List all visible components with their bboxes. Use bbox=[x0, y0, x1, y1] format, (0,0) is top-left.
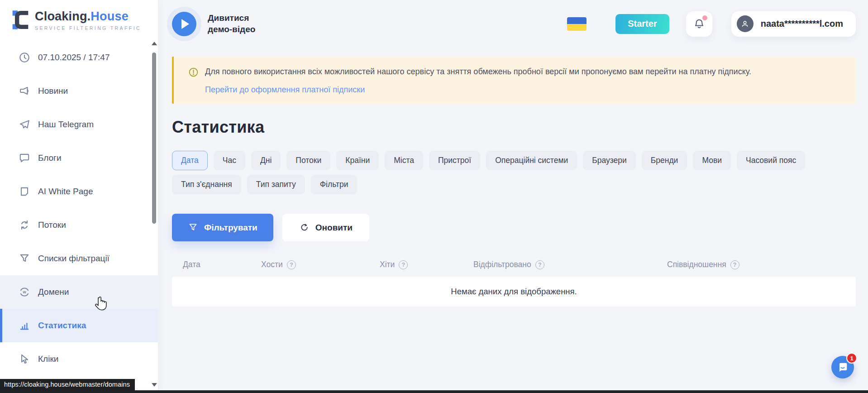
scrollbar-up-arrow[interactable] bbox=[152, 42, 157, 45]
sidebar-item-label: Потоки bbox=[38, 220, 66, 230]
column-header-filtered: Відфільтровано ? bbox=[473, 260, 667, 269]
column-label: Співвідношення bbox=[667, 260, 726, 269]
filter-tabs-row-1: Дата Час Дні Потоки Країни Міста Пристро… bbox=[172, 151, 856, 170]
filter-tab-languages[interactable]: Мови bbox=[693, 151, 731, 170]
column-label: Дата bbox=[183, 260, 200, 269]
sidebar-item-label: Новини bbox=[38, 86, 68, 96]
logo[interactable]: Cloaking.House SERVICE FILTERING TRAFFIC bbox=[0, 0, 158, 38]
status-bar-url: https://cloaking.house/webmaster/domains bbox=[0, 379, 135, 390]
help-icon[interactable]: ? bbox=[535, 260, 544, 269]
filter-tab-devices[interactable]: Пристрої bbox=[429, 151, 480, 170]
filter-tab-time[interactable]: Час bbox=[214, 151, 245, 170]
demo-video[interactable]: Дивитися демо-відео bbox=[172, 12, 255, 36]
sidebar-item-label: Списки фільтрації bbox=[38, 254, 110, 264]
sidebar-item-statistics[interactable]: Статистика bbox=[0, 309, 158, 342]
sidebar-item-domains[interactable]: w Домени bbox=[0, 275, 158, 309]
refresh-button[interactable]: Оновити bbox=[282, 214, 369, 241]
refresh-icon bbox=[299, 222, 310, 233]
sidebar-item-telegram[interactable]: Наш Telegram bbox=[0, 108, 158, 141]
sidebar-item-clicks[interactable]: Кліки bbox=[0, 342, 158, 376]
page-icon bbox=[18, 186, 30, 198]
paper-plane-icon bbox=[18, 119, 30, 131]
funnel-icon bbox=[18, 253, 30, 265]
empty-state-card: Немає даних для відображення. bbox=[172, 277, 856, 307]
trial-warning-text: Для повного використання всіх можливосте… bbox=[205, 66, 751, 77]
demo-video-line1: Дивитися bbox=[208, 13, 255, 24]
filter-tab-date[interactable]: Дата bbox=[172, 151, 208, 170]
play-icon bbox=[181, 19, 189, 29]
content: Для повного використання всіх можливосте… bbox=[158, 48, 868, 307]
filter-tab-os[interactable]: Операційні системи bbox=[486, 151, 577, 170]
brand-name-accent: House bbox=[91, 10, 129, 23]
sidebar-item-label: Блоги bbox=[38, 153, 62, 163]
filter-tab-days[interactable]: Дні bbox=[251, 151, 281, 170]
filter-tab-connection-type[interactable]: Тип з'єднання bbox=[172, 175, 241, 194]
chat-unread-badge: 1 bbox=[846, 353, 857, 364]
sidebar-item-news[interactable]: Новини bbox=[0, 74, 158, 108]
sidebar-item-flows[interactable]: Потоки bbox=[0, 208, 158, 242]
brand-name-primary: Cloaking. bbox=[35, 10, 91, 23]
trial-warning-banner: Для повного використання всіх можливосте… bbox=[172, 57, 856, 104]
empty-state-text: Немає даних для відображення. bbox=[451, 287, 577, 297]
filter-tab-browsers[interactable]: Браузери bbox=[583, 151, 636, 170]
chat-widget-button[interactable]: 1 bbox=[831, 356, 854, 379]
sidebar-item-ai-white-page[interactable]: AI White Page bbox=[0, 175, 158, 208]
column-header-hits: Хіти ? bbox=[380, 260, 473, 269]
column-header-date: Дата bbox=[183, 260, 261, 269]
help-icon[interactable]: ? bbox=[399, 260, 408, 269]
sidebar-item-label: 07.10.2025 / 17:47 bbox=[38, 53, 110, 62]
sidebar-scrollbar[interactable] bbox=[151, 42, 157, 390]
brand-logo-icon bbox=[12, 9, 29, 31]
domain-globe-icon: w bbox=[18, 286, 30, 298]
avatar bbox=[737, 15, 754, 32]
filter-tab-request-type[interactable]: Тип запиту bbox=[247, 175, 305, 194]
user-account-button[interactable]: naata**********l.com bbox=[731, 11, 856, 37]
flag-blue-half bbox=[567, 17, 587, 24]
subscription-link[interactable]: Перейти до оформлення платної підписки bbox=[205, 85, 365, 95]
brand-text: Cloaking.House SERVICE FILTERING TRAFFIC bbox=[35, 10, 141, 31]
filter-tab-filters[interactable]: Фільтри bbox=[311, 175, 358, 194]
clock-icon bbox=[18, 52, 30, 64]
chat-smile-icon bbox=[836, 361, 849, 374]
filter-tabs-row-2: Тип з'єднання Тип запиту Фільтри bbox=[172, 175, 856, 194]
sidebar-item-filter-lists[interactable]: Списки фільтрації bbox=[0, 242, 158, 275]
sidebar-item-label: Наш Telegram bbox=[38, 120, 94, 129]
notifications-button[interactable] bbox=[686, 11, 712, 37]
help-icon[interactable]: ? bbox=[730, 260, 739, 269]
demo-video-line2: демо-відео bbox=[208, 24, 255, 35]
person-icon bbox=[740, 19, 750, 29]
filter-tab-countries[interactable]: Країни bbox=[336, 151, 379, 170]
filter-tab-flows[interactable]: Потоки bbox=[286, 151, 330, 170]
sidebar-item-blogs[interactable]: Блоги bbox=[0, 141, 158, 175]
help-icon[interactable]: ? bbox=[287, 260, 296, 269]
scrollbar-down-arrow[interactable] bbox=[152, 383, 157, 387]
notification-dot bbox=[702, 15, 707, 20]
main-area: Дивитися демо-відео Starter naata*******… bbox=[158, 0, 868, 393]
app-window: Cloaking.House SERVICE FILTERING TRAFFIC… bbox=[0, 0, 868, 393]
sidebar-item-label: Домени bbox=[38, 287, 69, 297]
filter-button[interactable]: Фільтрувати bbox=[172, 214, 273, 241]
filter-tab-cities[interactable]: Міста bbox=[385, 151, 423, 170]
flag-yellow-half bbox=[567, 24, 587, 31]
column-header-ratio: Співвідношення ? bbox=[667, 260, 739, 269]
sidebar: Cloaking.House SERVICE FILTERING TRAFFIC… bbox=[0, 0, 158, 393]
language-flag-ukraine[interactable] bbox=[567, 17, 587, 31]
page-title: Статистика bbox=[172, 118, 856, 137]
funnel-icon bbox=[188, 222, 198, 233]
refresh-button-label: Оновити bbox=[315, 223, 353, 233]
demo-video-label: Дивитися демо-відео bbox=[208, 13, 255, 35]
filter-button-label: Фільтрувати bbox=[204, 223, 258, 233]
bar-chart-icon bbox=[18, 320, 30, 332]
filter-tab-timezone[interactable]: Часовий пояс bbox=[737, 151, 805, 170]
plan-badge-button[interactable]: Starter bbox=[615, 14, 669, 34]
sidebar-item-label: Статистика bbox=[38, 321, 86, 331]
sidebar-item-date[interactable]: 07.10.2025 / 17:47 bbox=[0, 41, 158, 74]
column-header-hosts: Хости ? bbox=[261, 260, 380, 269]
column-label: Хости bbox=[261, 260, 283, 269]
filter-tab-brands[interactable]: Бренди bbox=[642, 151, 687, 170]
scrollbar-thumb[interactable] bbox=[152, 53, 156, 224]
column-label: Відфільтровано bbox=[473, 260, 531, 269]
cursor-arrow-icon bbox=[18, 353, 30, 365]
play-button[interactable] bbox=[172, 12, 196, 36]
table-header: Дата Хости ? Хіти ? Відфільтровано ? Спі… bbox=[172, 260, 856, 269]
